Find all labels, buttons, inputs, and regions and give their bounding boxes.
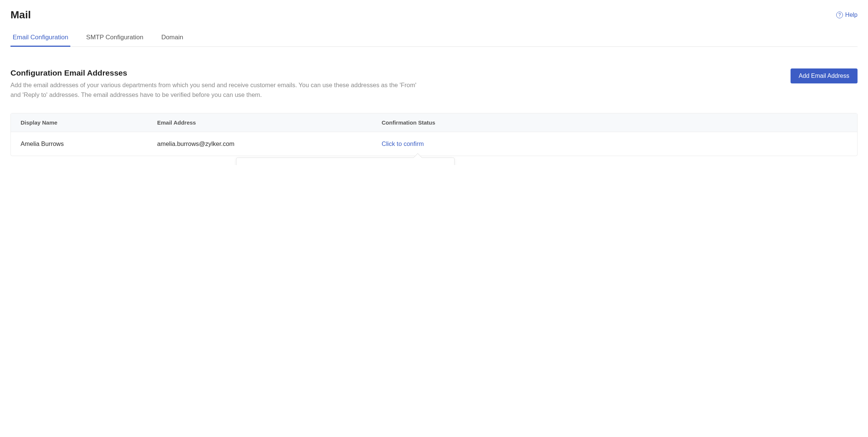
help-icon: ?	[836, 12, 843, 18]
page-title: Mail	[10, 9, 31, 21]
tabs: Email Configuration SMTP Configuration D…	[10, 34, 858, 47]
table-row: Amelia Burrows amelia.burrows@zylker.com…	[11, 132, 857, 156]
tab-smtp-configuration[interactable]: SMTP Configuration	[84, 34, 146, 46]
click-to-confirm-link[interactable]: Click to confirm	[382, 140, 424, 147]
section-description: Add the email addresses of your various …	[10, 80, 422, 100]
section-title: Configuration Email Addresses	[10, 68, 422, 77]
column-header-display-name: Display Name	[21, 119, 157, 126]
cell-display-name: Amelia Burrows	[21, 140, 157, 147]
add-email-address-button[interactable]: Add Email Address	[791, 68, 858, 83]
cell-email-address: amelia.burrows@zylker.com	[157, 140, 382, 147]
tab-email-configuration[interactable]: Email Configuration	[10, 34, 70, 46]
tab-domain[interactable]: Domain	[159, 34, 186, 46]
column-header-email-address: Email Address	[157, 119, 382, 126]
help-link[interactable]: ? Help	[836, 12, 858, 18]
column-header-confirmation-status: Confirmation Status	[382, 119, 847, 126]
help-label: Help	[845, 12, 858, 18]
confirmation-popover: Confirmation code sent to amelia.burrows…	[236, 158, 455, 165]
email-address-table: Display Name Email Address Confirmation …	[10, 113, 858, 156]
